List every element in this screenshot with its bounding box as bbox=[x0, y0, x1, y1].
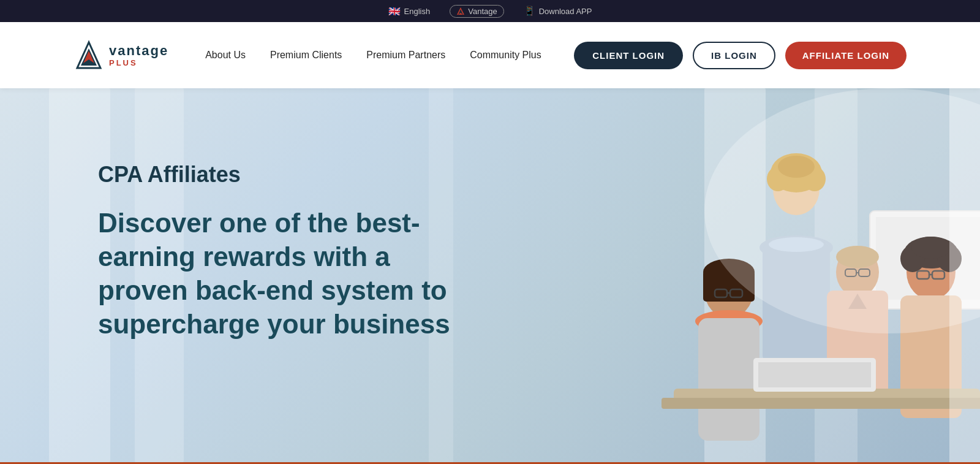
nav-community-plus[interactable]: Community Plus bbox=[470, 50, 541, 61]
download-app-label: Download APP bbox=[539, 7, 592, 16]
hero-title: Discover one of the best-earning rewards… bbox=[98, 206, 453, 341]
logo-plus-text: PLUS bbox=[109, 59, 168, 67]
vantage-logo-icon bbox=[456, 7, 465, 15]
svg-rect-32 bbox=[698, 318, 760, 441]
vantage-badge-label: Vantage bbox=[468, 7, 497, 16]
hero-subtitle: CPA Affiliates bbox=[98, 162, 453, 188]
language-label: English bbox=[404, 7, 431, 16]
logo-svg-icon bbox=[74, 40, 104, 70]
hero-section: CPA Affiliates Discover one of the best-… bbox=[0, 88, 980, 462]
nav-premium-clients[interactable]: Premium Clients bbox=[270, 50, 342, 61]
navbar: vantage PLUS About Us Premium Clients Pr… bbox=[0, 22, 980, 88]
hero-people-illustration bbox=[429, 88, 980, 462]
topbar: 🇬🇧 English Vantage 📱 Download APP bbox=[0, 0, 980, 22]
nav-premium-partners[interactable]: Premium Partners bbox=[366, 50, 445, 61]
download-app[interactable]: 📱 Download APP bbox=[524, 6, 592, 17]
vantage-badge[interactable]: Vantage bbox=[450, 5, 503, 18]
nav-buttons: CLIENT LOGIN IB LOGIN AFFILIATE LOGIN bbox=[574, 42, 907, 69]
nav-about-us[interactable]: About Us bbox=[205, 50, 246, 61]
logo-text: vantage PLUS bbox=[109, 44, 168, 67]
svg-rect-43 bbox=[662, 398, 980, 409]
affiliate-login-button[interactable]: AFFILIATE LOGIN bbox=[785, 42, 907, 69]
nav-links: About Us Premium Clients Premium Partner… bbox=[205, 50, 574, 61]
logo[interactable]: vantage PLUS bbox=[74, 40, 168, 70]
svg-rect-45 bbox=[758, 362, 871, 387]
client-login-button[interactable]: CLIENT LOGIN bbox=[574, 42, 683, 69]
mobile-icon: 📱 bbox=[524, 6, 535, 17]
ib-login-button[interactable]: IB LOGIN bbox=[693, 42, 775, 69]
logo-vantage-text: vantage bbox=[109, 44, 168, 58]
language-selector[interactable]: 🇬🇧 English bbox=[388, 6, 431, 17]
flag-icon: 🇬🇧 bbox=[388, 6, 401, 17]
hero-content: CPA Affiliates Discover one of the best-… bbox=[98, 162, 453, 341]
